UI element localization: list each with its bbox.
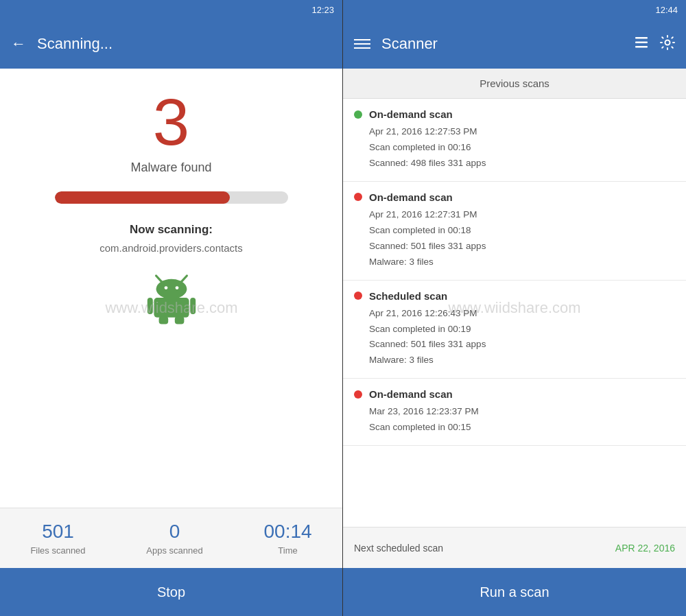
files-scanned-label: Files scanned: [30, 545, 85, 556]
svg-point-2: [156, 279, 187, 299]
run-scan-button[interactable]: Run a scan: [343, 568, 686, 616]
scan-item-3-header: Scheduled scan: [354, 290, 675, 302]
svg-rect-7: [190, 298, 196, 314]
right-header: Scanner: [343, 19, 686, 69]
previous-scans-label: Previous scans: [480, 78, 549, 89]
scan-date-2: Apr 21, 2016 12:27:31 PM: [369, 207, 675, 223]
scan-status-dot-3: [354, 292, 362, 300]
progress-bar-container: [55, 191, 288, 204]
svg-rect-5: [154, 298, 189, 318]
svg-rect-11: [635, 41, 648, 43]
svg-rect-10: [635, 37, 648, 39]
left-content: 3 Malware found Now scanning: com.androi…: [0, 69, 342, 508]
scan-item-2: On-demand scan Apr 21, 2016 12:27:31 PM …: [343, 182, 686, 281]
back-button[interactable]: ←: [11, 35, 26, 53]
scan-details-2: Apr 21, 2016 12:27:31 PM Scan completed …: [354, 207, 675, 270]
svg-line-1: [180, 276, 187, 283]
scan-type-3: Scheduled scan: [369, 290, 447, 302]
left-panel: 12:23 ← Scanning... 3 Malware found Now …: [0, 0, 343, 616]
scan-item-1: On-demand scan Apr 21, 2016 12:27:53 PM …: [343, 99, 686, 182]
left-header: ← Scanning...: [0, 19, 342, 69]
now-scanning-label: Now scanning:: [130, 223, 213, 237]
right-time: 12:44: [655, 5, 678, 15]
scan-status-dot-2: [354, 193, 362, 201]
left-title: Scanning...: [37, 35, 113, 53]
stop-button[interactable]: Stop: [0, 568, 342, 616]
list-icon[interactable]: [634, 35, 649, 54]
scan-scanned-2: Scanned: 501 files 331 apps: [369, 239, 675, 254]
scan-date-3: Apr 21, 2016 12:26:43 PM: [369, 306, 675, 322]
right-status-bar: 12:44: [343, 0, 686, 19]
scan-status-dot-4: [354, 390, 362, 399]
apps-scanned-stat: 0 Apps scanned: [146, 521, 202, 556]
files-scanned-stat: 501 Files scanned: [30, 521, 85, 556]
scan-malware-2: Malware: 3 files: [369, 254, 675, 270]
android-icon: [144, 270, 199, 325]
svg-point-4: [175, 286, 178, 289]
scan-duration-1: Scan completed in 00:16: [369, 140, 675, 156]
time-stat: 00:14 Time: [264, 521, 312, 556]
left-status-bar: 12:23: [0, 0, 342, 19]
scan-scanned-3: Scanned: 501 files 331 apps: [369, 337, 675, 353]
scan-item-2-header: On-demand scan: [354, 191, 675, 203]
left-stats: 501 Files scanned 0 Apps scanned 00:14 T…: [0, 508, 342, 568]
scan-duration-2: Scan completed in 00:18: [369, 223, 675, 239]
scan-details-4: Mar 23, 2016 12:23:37 PM Scan completed …: [354, 404, 675, 436]
scan-duration-3: Scan completed in 00:19: [369, 322, 675, 337]
scanning-package: com.android.providers.contacts: [99, 242, 242, 254]
next-scan-date: APR 22, 2016: [615, 543, 675, 554]
malware-count: 3: [153, 89, 189, 155]
scan-type-4: On-demand scan: [369, 388, 453, 400]
scan-date-1: Apr 21, 2016 12:27:53 PM: [369, 124, 675, 140]
scan-item-4: On-demand scan Mar 23, 2016 12:23:37 PM …: [343, 379, 686, 446]
settings-icon[interactable]: [660, 35, 675, 54]
apps-scanned-label: Apps scanned: [146, 545, 202, 556]
apps-scanned-value: 0: [169, 521, 180, 543]
scan-item-1-header: On-demand scan: [354, 108, 675, 120]
scan-malware-3: Malware: 3 files: [369, 353, 675, 368]
next-scan-label: Next scheduled scan: [354, 543, 443, 554]
svg-rect-8: [158, 316, 168, 324]
header-icons: [634, 35, 675, 54]
scan-date-4: Mar 23, 2016 12:23:37 PM: [369, 404, 675, 420]
scan-item-4-header: On-demand scan: [354, 388, 675, 400]
svg-rect-6: [147, 298, 152, 314]
svg-rect-12: [635, 46, 648, 48]
scan-type-2: On-demand scan: [369, 191, 453, 203]
right-panel: 12:44 Scanner: [343, 0, 686, 616]
right-title: Scanner: [381, 35, 623, 53]
svg-point-3: [164, 286, 167, 289]
left-time: 12:23: [311, 5, 334, 15]
svg-line-0: [156, 276, 162, 283]
scan-scanned-1: Scanned: 498 files 331 apps: [369, 156, 675, 171]
svg-rect-9: [174, 316, 184, 324]
progress-bar-fill: [55, 191, 230, 204]
scan-duration-4: Scan completed in 00:15: [369, 420, 675, 436]
scan-details-1: Apr 21, 2016 12:27:53 PM Scan completed …: [354, 124, 675, 171]
previous-scans-header: Previous scans: [343, 69, 686, 99]
scan-type-1: On-demand scan: [369, 108, 453, 120]
right-footer: Next scheduled scan APR 22, 2016: [343, 527, 686, 568]
files-scanned-value: 501: [42, 521, 74, 543]
svg-point-13: [665, 40, 670, 45]
scan-details-3: Apr 21, 2016 12:26:43 PM Scan completed …: [354, 306, 675, 369]
scans-list[interactable]: On-demand scan Apr 21, 2016 12:27:53 PM …: [343, 99, 686, 527]
time-label: Time: [278, 545, 297, 556]
hamburger-menu-button[interactable]: [354, 39, 370, 49]
time-value: 00:14: [264, 521, 312, 543]
scan-status-dot-1: [354, 110, 362, 119]
malware-label: Malware found: [130, 161, 211, 175]
scan-item-3: Scheduled scan Apr 21, 2016 12:26:43 PM …: [343, 281, 686, 379]
